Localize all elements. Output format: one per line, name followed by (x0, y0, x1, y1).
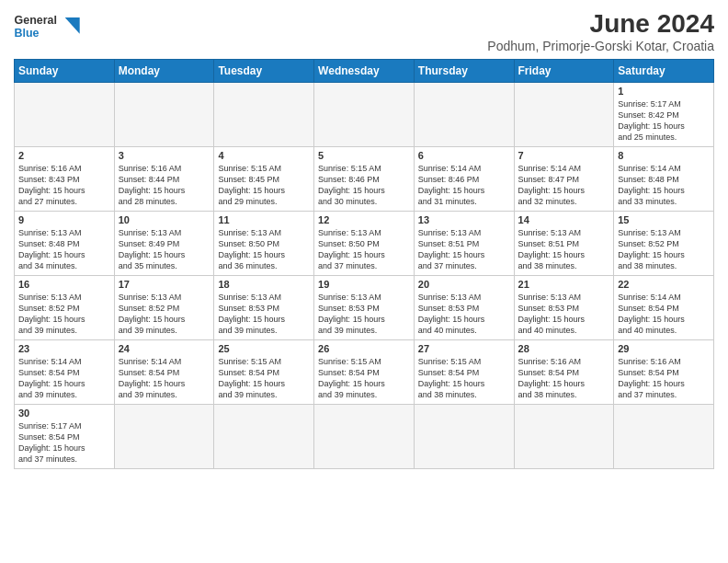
calendar-week-row: 30Sunrise: 5:17 AM Sunset: 8:54 PM Dayli… (15, 405, 714, 469)
day-number: 13 (418, 214, 510, 225)
calendar-day-cell (314, 83, 415, 147)
location-subtitle: Podhum, Primorje-Gorski Kotar, Croatia (487, 39, 714, 53)
day-number: 12 (318, 214, 410, 225)
calendar-week-row: 16Sunrise: 5:13 AM Sunset: 8:52 PM Dayli… (15, 276, 714, 340)
calendar-day-cell: 21Sunrise: 5:13 AM Sunset: 8:53 PM Dayli… (514, 276, 614, 340)
day-sun-info: Sunrise: 5:13 AM Sunset: 8:51 PM Dayligh… (418, 227, 510, 272)
calendar-day-cell: 18Sunrise: 5:13 AM Sunset: 8:53 PM Dayli… (214, 276, 314, 340)
day-number: 7 (518, 150, 610, 161)
calendar-day-cell: 12Sunrise: 5:13 AM Sunset: 8:50 PM Dayli… (314, 212, 415, 276)
calendar-day-cell (214, 83, 314, 147)
day-sun-info: Sunrise: 5:13 AM Sunset: 8:51 PM Dayligh… (518, 227, 610, 272)
day-number: 10 (119, 214, 210, 225)
day-sun-info: Sunrise: 5:15 AM Sunset: 8:54 PM Dayligh… (318, 356, 410, 401)
calendar-week-row: 2Sunrise: 5:16 AM Sunset: 8:43 PM Daylig… (15, 147, 714, 212)
day-sun-info: Sunrise: 5:13 AM Sunset: 8:49 PM Dayligh… (119, 227, 210, 272)
weekday-header-row: SundayMondayTuesdayWednesdayThursdayFrid… (15, 60, 714, 83)
calendar-day-cell: 27Sunrise: 5:15 AM Sunset: 8:54 PM Dayli… (414, 340, 514, 405)
day-sun-info: Sunrise: 5:13 AM Sunset: 8:53 PM Dayligh… (318, 292, 410, 337)
svg-text:Blue: Blue (15, 27, 40, 40)
calendar-day-cell (114, 83, 214, 147)
calendar-week-row: 23Sunrise: 5:14 AM Sunset: 8:54 PM Dayli… (15, 340, 714, 405)
calendar-day-cell: 22Sunrise: 5:14 AM Sunset: 8:54 PM Dayli… (614, 276, 714, 340)
calendar-day-cell: 5Sunrise: 5:15 AM Sunset: 8:46 PM Daylig… (314, 147, 415, 212)
calendar-day-cell (514, 83, 614, 147)
day-sun-info: Sunrise: 5:16 AM Sunset: 8:54 PM Dayligh… (618, 356, 710, 401)
calendar-day-cell: 7Sunrise: 5:14 AM Sunset: 8:47 PM Daylig… (514, 147, 614, 212)
calendar-day-cell: 23Sunrise: 5:14 AM Sunset: 8:54 PM Dayli… (15, 340, 115, 405)
day-sun-info: Sunrise: 5:14 AM Sunset: 8:54 PM Dayligh… (18, 356, 110, 401)
month-year-title: June 2024 (487, 9, 714, 39)
day-sun-info: Sunrise: 5:13 AM Sunset: 8:53 PM Dayligh… (418, 292, 510, 337)
calendar-day-cell: 24Sunrise: 5:14 AM Sunset: 8:54 PM Dayli… (114, 340, 214, 405)
title-block: June 2024 Podhum, Primorje-Gorski Kotar,… (487, 9, 714, 53)
day-number: 27 (418, 343, 510, 354)
day-number: 4 (218, 150, 310, 161)
day-number: 5 (318, 150, 410, 161)
day-sun-info: Sunrise: 5:17 AM Sunset: 8:42 PM Dayligh… (618, 98, 710, 144)
day-sun-info: Sunrise: 5:13 AM Sunset: 8:53 PM Dayligh… (218, 292, 310, 337)
calendar-day-cell: 19Sunrise: 5:13 AM Sunset: 8:53 PM Dayli… (314, 276, 415, 340)
weekday-header-tuesday: Tuesday (214, 60, 314, 83)
weekday-header-monday: Monday (114, 60, 214, 83)
calendar-day-cell: 28Sunrise: 5:16 AM Sunset: 8:54 PM Dayli… (514, 340, 614, 405)
day-number: 11 (218, 214, 310, 225)
day-sun-info: Sunrise: 5:15 AM Sunset: 8:54 PM Dayligh… (418, 356, 510, 401)
calendar-day-cell: 14Sunrise: 5:13 AM Sunset: 8:51 PM Dayli… (514, 212, 614, 276)
day-number: 29 (618, 343, 710, 354)
calendar-day-cell: 16Sunrise: 5:13 AM Sunset: 8:52 PM Dayli… (15, 276, 115, 340)
calendar-day-cell (414, 83, 514, 147)
day-number: 24 (119, 343, 210, 354)
day-number: 17 (119, 279, 210, 290)
calendar-day-cell: 9Sunrise: 5:13 AM Sunset: 8:48 PM Daylig… (15, 212, 115, 276)
day-sun-info: Sunrise: 5:13 AM Sunset: 8:53 PM Dayligh… (518, 292, 610, 337)
day-number: 23 (18, 343, 110, 354)
calendar-day-cell: 26Sunrise: 5:15 AM Sunset: 8:54 PM Dayli… (314, 340, 415, 405)
day-number: 14 (518, 214, 610, 225)
day-sun-info: Sunrise: 5:14 AM Sunset: 8:48 PM Dayligh… (618, 163, 710, 208)
day-number: 22 (618, 279, 710, 290)
calendar-day-cell (414, 405, 514, 469)
calendar-day-cell: 8Sunrise: 5:14 AM Sunset: 8:48 PM Daylig… (614, 147, 714, 212)
day-sun-info: Sunrise: 5:14 AM Sunset: 8:54 PM Dayligh… (618, 292, 710, 337)
calendar-week-row: 9Sunrise: 5:13 AM Sunset: 8:48 PM Daylig… (15, 212, 714, 276)
day-sun-info: Sunrise: 5:14 AM Sunset: 8:54 PM Dayligh… (119, 356, 210, 401)
calendar-day-cell: 30Sunrise: 5:17 AM Sunset: 8:54 PM Dayli… (15, 405, 115, 469)
day-number: 15 (618, 214, 710, 225)
calendar-day-cell: 2Sunrise: 5:16 AM Sunset: 8:43 PM Daylig… (15, 147, 115, 212)
day-sun-info: Sunrise: 5:13 AM Sunset: 8:52 PM Dayligh… (618, 227, 710, 272)
day-sun-info: Sunrise: 5:13 AM Sunset: 8:48 PM Dayligh… (18, 227, 110, 272)
calendar-day-cell: 6Sunrise: 5:14 AM Sunset: 8:46 PM Daylig… (414, 147, 514, 212)
calendar-day-cell (214, 405, 314, 469)
day-number: 21 (518, 279, 610, 290)
day-number: 25 (218, 343, 310, 354)
calendar-day-cell: 10Sunrise: 5:13 AM Sunset: 8:49 PM Dayli… (114, 212, 214, 276)
day-number: 3 (119, 150, 210, 161)
calendar-day-cell (614, 405, 714, 469)
day-sun-info: Sunrise: 5:13 AM Sunset: 8:52 PM Dayligh… (18, 292, 110, 337)
weekday-header-saturday: Saturday (614, 60, 714, 83)
weekday-header-sunday: Sunday (15, 60, 115, 83)
day-number: 2 (18, 150, 110, 161)
day-number: 28 (518, 343, 610, 354)
page-header: General Blue June 2024 Podhum, Primorje-… (14, 9, 714, 53)
logo: General Blue (14, 9, 97, 46)
day-sun-info: Sunrise: 5:16 AM Sunset: 8:43 PM Dayligh… (18, 163, 110, 208)
calendar-day-cell (15, 83, 115, 147)
weekday-header-wednesday: Wednesday (314, 60, 415, 83)
calendar-day-cell: 15Sunrise: 5:13 AM Sunset: 8:52 PM Dayli… (614, 212, 714, 276)
day-sun-info: Sunrise: 5:16 AM Sunset: 8:54 PM Dayligh… (518, 356, 610, 401)
day-number: 18 (218, 279, 310, 290)
weekday-header-thursday: Thursday (414, 60, 514, 83)
calendar-day-cell (314, 405, 415, 469)
calendar-day-cell: 11Sunrise: 5:13 AM Sunset: 8:50 PM Dayli… (214, 212, 314, 276)
day-sun-info: Sunrise: 5:15 AM Sunset: 8:45 PM Dayligh… (218, 163, 310, 208)
calendar-day-cell: 29Sunrise: 5:16 AM Sunset: 8:54 PM Dayli… (614, 340, 714, 405)
calendar-day-cell: 25Sunrise: 5:15 AM Sunset: 8:54 PM Dayli… (214, 340, 314, 405)
day-sun-info: Sunrise: 5:15 AM Sunset: 8:46 PM Dayligh… (318, 163, 410, 208)
day-sun-info: Sunrise: 5:13 AM Sunset: 8:50 PM Dayligh… (218, 227, 310, 272)
calendar-day-cell: 20Sunrise: 5:13 AM Sunset: 8:53 PM Dayli… (414, 276, 514, 340)
day-number: 26 (318, 343, 410, 354)
calendar-day-cell (114, 405, 214, 469)
calendar-day-cell: 1Sunrise: 5:17 AM Sunset: 8:42 PM Daylig… (614, 83, 714, 147)
